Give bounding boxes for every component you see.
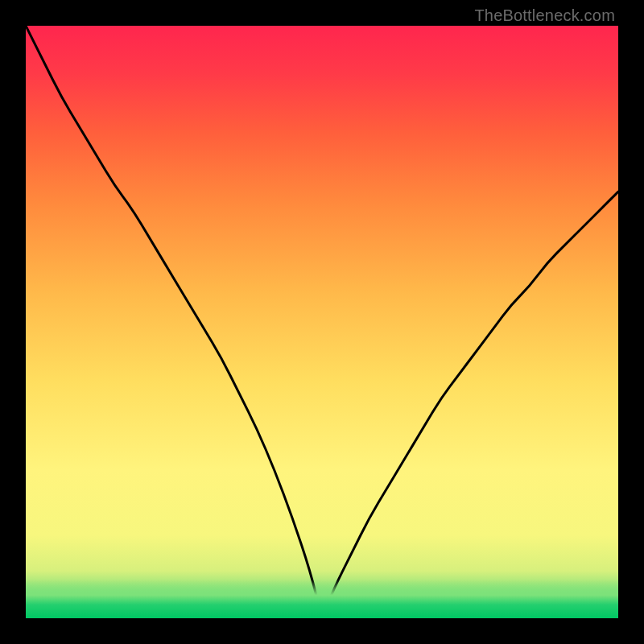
bottleneck-curve (26, 26, 618, 618)
curve-path (26, 26, 618, 609)
watermark-text: TheBottleneck.com (474, 6, 615, 25)
plot-area (26, 26, 618, 618)
optimal-range-marker (302, 610, 354, 618)
chart-frame: TheBottleneck.com (0, 0, 644, 644)
